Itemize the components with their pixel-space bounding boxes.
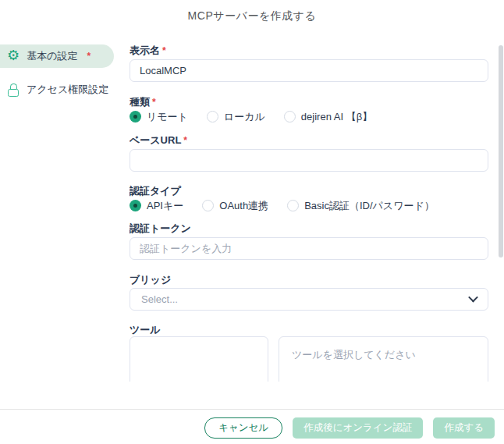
required-asterisk: * — [152, 97, 156, 108]
form-scroll-area: 表示名* 種類* リモート ローカル dejiren AI 【β】 ベースURL… — [130, 31, 488, 382]
radio-selected-icon — [130, 200, 141, 211]
tool-picker-placeholder: ツールを選択してください — [292, 349, 416, 361]
create-button[interactable]: 作成する — [433, 417, 495, 439]
radio-type-local[interactable]: ローカル — [207, 110, 265, 124]
radio-auth-basic[interactable]: Basic認証（ID/パスワード） — [287, 199, 435, 213]
label-text: 種類 — [130, 96, 150, 108]
auth-token-input[interactable] — [130, 237, 488, 260]
bridge-label: ブリッジ — [130, 274, 488, 286]
radio-label: APIキー — [147, 199, 183, 213]
lock-icon — [7, 83, 20, 97]
base-url-input[interactable] — [130, 149, 488, 172]
tools-label: ツール — [130, 324, 488, 336]
label-text: 表示名 — [130, 44, 160, 56]
radio-auth-api-key[interactable]: APIキー — [130, 199, 183, 213]
auth-type-radio-group: APIキー OAuth連携 Basic認証（ID/パスワード） — [130, 199, 488, 212]
select-placeholder: Select... — [141, 293, 178, 305]
label-text: ツール — [130, 324, 161, 336]
online-auth-after-create-button[interactable]: 作成後にオンライン認証 — [293, 417, 423, 439]
sidebar-item-access-permissions[interactable]: アクセス権限設定 — [0, 78, 114, 101]
display-name-label: 表示名* — [130, 44, 488, 57]
radio-label: ローカル — [224, 110, 265, 124]
radio-unselected-icon — [287, 200, 299, 211]
required-asterisk: * — [162, 45, 166, 56]
dialog-footer: キャンセル 作成後にオンライン認証 作成する — [0, 409, 504, 444]
sidebar-item-basic-settings[interactable]: ⚙ 基本の設定 * — [0, 44, 114, 68]
display-name-input[interactable] — [130, 59, 488, 82]
bridge-select[interactable]: Select... — [130, 288, 488, 311]
radio-unselected-icon — [202, 200, 214, 211]
radio-type-dejiren-ai[interactable]: dejiren AI 【β】 — [284, 110, 372, 124]
auth-type-label: 認証タイプ — [130, 185, 488, 197]
label-text: ベースURL — [130, 134, 181, 146]
page-title: MCPサーバーを作成する — [0, 9, 504, 23]
radio-unselected-icon — [284, 111, 296, 123]
label-text: 認証トークン — [130, 222, 191, 234]
required-asterisk: * — [183, 135, 187, 146]
cancel-button[interactable]: キャンセル — [204, 417, 282, 439]
radio-selected-icon — [130, 111, 141, 123]
radio-label: Basic認証（ID/パスワード） — [304, 199, 435, 213]
tool-picker-box[interactable]: ツールを選択してください — [279, 336, 488, 382]
radio-type-remote[interactable]: リモート — [130, 110, 188, 124]
radio-unselected-icon — [207, 111, 218, 123]
settings-sidebar: ⚙ 基本の設定 * アクセス権限設定 — [0, 31, 125, 101]
create-mcp-server-dialog: MCPサーバーを作成する ⚙ 基本の設定 * アクセス権限設定 表示名* 種類*… — [0, 0, 504, 444]
chevron-down-icon — [468, 292, 478, 302]
radio-auth-oauth[interactable]: OAuth連携 — [202, 199, 268, 213]
type-label: 種類* — [130, 96, 488, 108]
sidebar-item-label: アクセス権限設定 — [27, 83, 108, 97]
sidebar-item-label: 基本の設定 — [27, 49, 77, 63]
label-text: 認証タイプ — [130, 185, 181, 197]
auth-token-label: 認証トークン — [130, 222, 488, 235]
gear-icon: ⚙ — [7, 48, 20, 62]
tools-row: ツールを選択してください — [130, 336, 488, 382]
footer-buttons: キャンセル 作成後にオンライン認証 作成する — [0, 410, 504, 439]
radio-label: リモート — [147, 110, 188, 124]
required-asterisk: * — [87, 51, 91, 62]
radio-label: dejiren AI 【β】 — [301, 110, 372, 124]
label-text: ブリッジ — [130, 274, 171, 286]
radio-label: OAuth連携 — [219, 199, 268, 213]
base-url-label: ベースURL* — [130, 134, 488, 147]
tool-list-box[interactable] — [130, 336, 268, 382]
type-radio-group: リモート ローカル dejiren AI 【β】 — [130, 110, 488, 123]
vertical-scrollbar[interactable] — [499, 45, 503, 258]
